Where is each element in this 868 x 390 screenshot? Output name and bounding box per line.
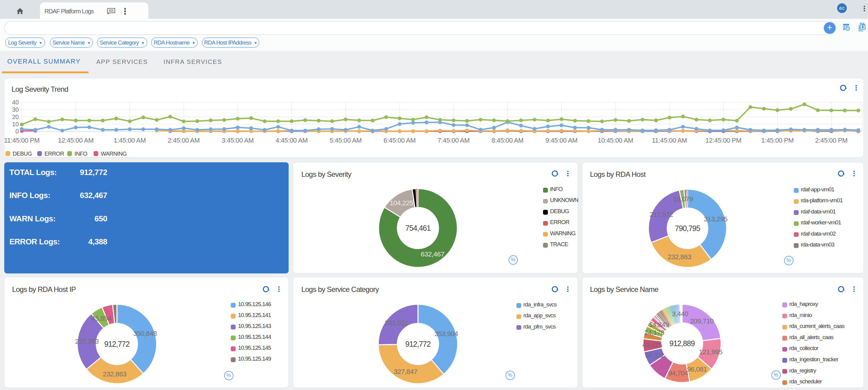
svg-text:912,772: 912,772 [405, 340, 430, 348]
svg-text:912,889: 912,889 [669, 339, 694, 348]
svg-text:ERROR: ERROR [44, 151, 64, 157]
svg-text:INFO: INFO [74, 151, 87, 157]
svg-text:8:45:00 AM: 8:45:00 AM [492, 137, 524, 144]
svg-text:227,353: 227,353 [75, 337, 99, 345]
svg-text:30: 30 [12, 106, 19, 113]
svg-text:350,848: 350,848 [133, 330, 157, 337]
svg-text:WARNING: WARNING [101, 151, 127, 157]
svg-text:3,440: 3,440 [672, 310, 688, 318]
svg-text:54,111: 54,111 [645, 352, 664, 359]
svg-text:12:45:00 AM: 12:45:00 AM [58, 137, 93, 144]
svg-text:96,081: 96,081 [687, 365, 707, 373]
svg-text:49,425: 49,425 [642, 341, 662, 349]
svg-text:12:45:00 PM: 12:45:00 PM [705, 137, 741, 144]
svg-text:5:45:00 AM: 5:45:00 AM [330, 137, 362, 144]
svg-text:11:45:00 AM: 11:45:00 AM [652, 137, 687, 144]
svg-text:10:45:00 AM: 10:45:00 AM [597, 137, 633, 144]
svg-text:217,972: 217,972 [650, 211, 673, 218]
svg-text:632,467: 632,467 [421, 251, 444, 258]
svg-text:754,461: 754,461 [405, 224, 430, 232]
svg-text:327,847: 327,847 [394, 368, 417, 376]
svg-text:231,021: 231,021 [384, 319, 408, 327]
svg-text:20: 20 [12, 113, 19, 120]
svg-text:4:45:00 AM: 4:45:00 AM [276, 137, 308, 144]
svg-text:15,079: 15,079 [673, 195, 693, 203]
svg-text:2:45:00 PM: 2:45:00 PM [815, 137, 848, 144]
svg-text:104,225: 104,225 [390, 199, 413, 207]
svg-text:232,863: 232,863 [668, 253, 691, 261]
svg-text:14,849: 14,849 [649, 321, 669, 328]
svg-text:121,995: 121,995 [699, 348, 722, 356]
svg-text:10: 10 [12, 121, 19, 128]
svg-text:24,178: 24,178 [644, 329, 664, 336]
svg-text:1:45:00 PM: 1:45:00 PM [761, 137, 794, 144]
svg-text:2:45:00 AM: 2:45:00 AM [168, 137, 200, 144]
svg-text:313,295: 313,295 [704, 215, 727, 223]
svg-text:353,904: 353,904 [434, 330, 458, 337]
svg-text:7:45:00 AM: 7:45:00 AM [438, 137, 470, 144]
svg-text:0: 0 [16, 128, 19, 135]
svg-text:912,772: 912,772 [104, 340, 129, 348]
svg-text:40: 40 [12, 99, 19, 106]
svg-text:94,704: 94,704 [668, 369, 688, 377]
svg-text:6:45:00 AM: 6:45:00 AM [384, 137, 416, 144]
svg-text:DEBUG: DEBUG [13, 151, 32, 157]
svg-text:3:45:00 AM: 3:45:00 AM [222, 137, 254, 144]
svg-text:11:45:00 PM: 11:45:00 PM [4, 137, 39, 144]
svg-text:790,795: 790,795 [675, 224, 700, 232]
svg-text:1:45:00 AM: 1:45:00 AM [114, 137, 146, 144]
svg-text:45,854: 45,854 [91, 315, 112, 322]
svg-text:9:45:00 AM: 9:45:00 AM [546, 137, 578, 144]
svg-text:209,710: 209,710 [690, 317, 714, 325]
svg-text:232,863: 232,863 [103, 370, 127, 378]
